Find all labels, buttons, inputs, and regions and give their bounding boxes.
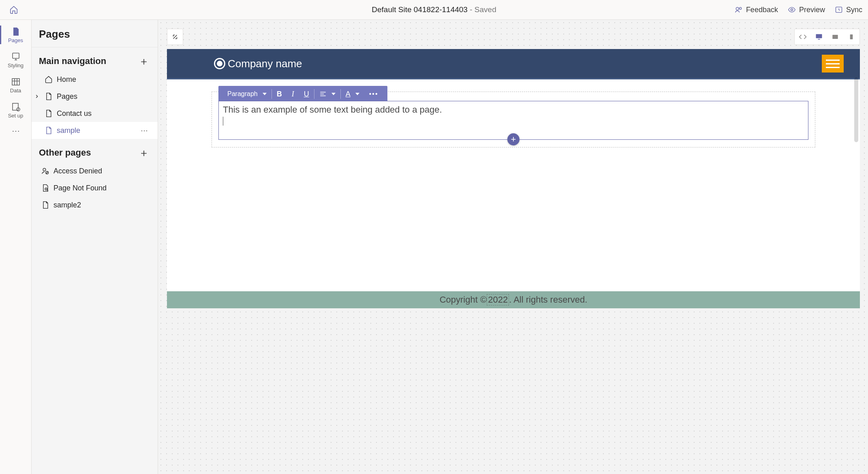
- page-icon: [45, 109, 53, 117]
- text-section[interactable]: Paragraph B I U A •: [212, 92, 815, 147]
- section-main-nav-title: Main navigation: [39, 56, 106, 66]
- more-button[interactable]: ⋯: [141, 126, 150, 135]
- svg-point-8: [43, 168, 46, 171]
- paragraph-style-dropdown[interactable]: Paragraph: [222, 86, 272, 102]
- nav-item-contact[interactable]: Contact us: [32, 105, 158, 122]
- svg-rect-5: [12, 79, 19, 85]
- feedback-label: Feedback: [746, 6, 778, 14]
- mobile-view-button[interactable]: [843, 29, 859, 45]
- text-input-block[interactable]: This is an example of some text being ad…: [218, 101, 808, 140]
- saved-indicator: - Saved: [470, 5, 496, 14]
- other-item-sample2[interactable]: sample2: [32, 196, 158, 214]
- preview-icon: [788, 6, 796, 14]
- mobile-icon: [848, 33, 855, 41]
- svg-rect-12: [818, 39, 820, 40]
- text-editor-toolbar: Paragraph B I U A •: [218, 86, 387, 102]
- rail-styling-label: Styling: [8, 62, 24, 68]
- tablet-view-button[interactable]: [827, 29, 843, 45]
- preview-footer: Copyright © 2022 . All rights reserved.: [167, 291, 860, 308]
- feedback-icon: [735, 6, 743, 14]
- site-name-text: Default Site 041822-114403: [372, 5, 468, 14]
- resize-icon: [171, 33, 179, 41]
- text-cursor: [223, 117, 223, 126]
- font-color-dropdown[interactable]: A: [341, 86, 364, 102]
- underline-button[interactable]: U: [299, 86, 314, 102]
- nav-item-sample-label: sample: [57, 126, 80, 135]
- svg-rect-4: [13, 53, 19, 58]
- add-other-page-button[interactable]: ＋: [137, 146, 150, 159]
- footer-prefix: Copyright ©: [440, 295, 487, 305]
- page-icon: [45, 126, 53, 135]
- access-denied-icon: [41, 167, 49, 175]
- rail-setup-label: Set up: [8, 113, 24, 119]
- nav-item-sample[interactable]: sample ⋯: [32, 122, 158, 139]
- nav-rail: Pages Styling Data Set up ⋯: [0, 20, 32, 474]
- nav-item-pages-label: Pages: [57, 92, 77, 101]
- rail-pages-label: Pages: [8, 37, 23, 43]
- svg-point-2: [791, 9, 793, 11]
- nav-item-pages[interactable]: Pages: [32, 88, 158, 105]
- section-main-nav: Main navigation ＋: [32, 47, 158, 71]
- section-other-title: Other pages: [39, 147, 91, 158]
- rail-data[interactable]: Data: [0, 73, 31, 98]
- sync-icon: [835, 6, 843, 14]
- page-icon: [41, 201, 49, 209]
- bold-button[interactable]: B: [272, 86, 287, 102]
- page-icon: [11, 27, 21, 36]
- rail-data-label: Data: [10, 88, 21, 94]
- svg-point-10: [45, 188, 47, 190]
- chevron-right-icon: [34, 94, 40, 99]
- other-item-not-found-label: Page Not Found: [53, 184, 107, 192]
- svg-rect-6: [13, 103, 18, 110]
- titlebar-actions: Feedback Preview Sync: [735, 6, 862, 14]
- other-item-sample2-label: sample2: [53, 201, 81, 209]
- rail-setup[interactable]: Set up: [0, 98, 31, 123]
- hamburger-menu-button[interactable]: [822, 55, 844, 73]
- panel-title: Pages: [32, 20, 158, 47]
- styling-icon: [11, 52, 21, 62]
- svg-rect-14: [850, 34, 853, 39]
- footer-suffix: . All rights reserved.: [509, 295, 587, 305]
- body-text: This is an example of some text being ad…: [223, 105, 442, 115]
- site-title: Default Site 041822-114403 - Saved: [372, 5, 496, 14]
- data-icon: [11, 77, 21, 87]
- pages-panel: Pages Main navigation ＋ Home Pages Conta…: [32, 20, 158, 474]
- svg-rect-13: [832, 35, 838, 39]
- add-main-nav-page-button[interactable]: ＋: [137, 55, 150, 68]
- nav-item-home[interactable]: Home: [32, 71, 158, 88]
- preview-content: Paragraph B I U A •: [167, 79, 860, 164]
- align-dropdown[interactable]: [314, 86, 340, 102]
- add-block-button[interactable]: +: [507, 133, 520, 145]
- rail-styling[interactable]: Styling: [0, 47, 31, 73]
- rail-pages[interactable]: Pages: [0, 22, 31, 47]
- feedback-button[interactable]: Feedback: [735, 6, 778, 14]
- other-item-access-denied-label: Access Denied: [53, 167, 102, 175]
- other-item-access-denied[interactable]: Access Denied: [32, 162, 158, 179]
- italic-button[interactable]: I: [287, 86, 299, 102]
- ellipsis-icon: ⋯: [12, 126, 20, 136]
- other-item-not-found[interactable]: Page Not Found: [32, 179, 158, 196]
- resize-handle-button[interactable]: [167, 29, 183, 45]
- canvas-toolbar: [167, 29, 860, 45]
- code-icon: [799, 33, 807, 41]
- svg-rect-11: [816, 34, 822, 38]
- page-icon: [45, 92, 53, 100]
- preview-header: Company name: [167, 49, 860, 79]
- tablet-icon: [831, 33, 839, 41]
- home-button[interactable]: [6, 2, 22, 18]
- page-preview: Company name Paragraph B I U: [167, 49, 860, 308]
- align-left-icon: [319, 90, 327, 98]
- more-formatting-button[interactable]: •••: [364, 86, 383, 102]
- setup-icon: [11, 102, 21, 112]
- desktop-view-button[interactable]: [811, 29, 827, 45]
- rail-more[interactable]: ⋯: [0, 123, 31, 139]
- sync-button[interactable]: Sync: [835, 6, 862, 14]
- svg-point-0: [736, 7, 739, 10]
- code-view-button[interactable]: [795, 29, 811, 45]
- page-search-icon: [41, 184, 49, 192]
- footer-year[interactable]: 2022: [487, 294, 509, 305]
- company-name: Company name: [228, 58, 302, 70]
- preview-button[interactable]: Preview: [788, 6, 825, 14]
- logo-icon: [214, 58, 225, 69]
- scrollbar[interactable]: [854, 77, 858, 142]
